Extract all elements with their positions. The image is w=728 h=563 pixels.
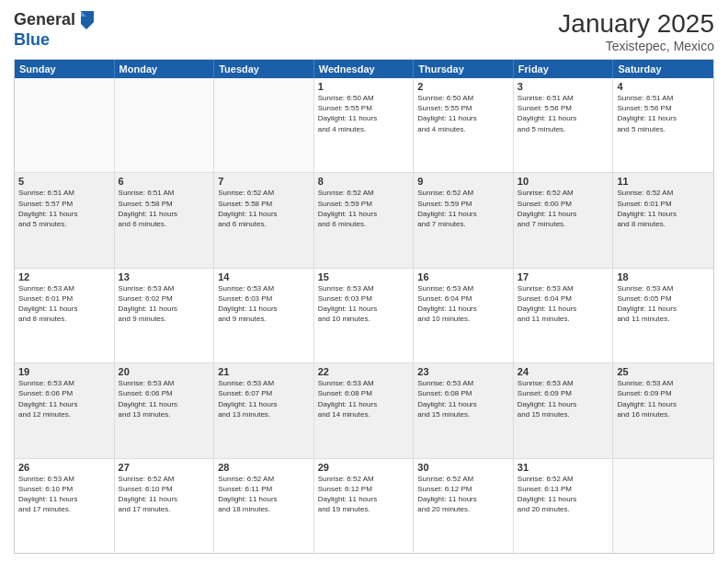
calendar: Sunday Monday Tuesday Wednesday Thursday… bbox=[14, 59, 714, 554]
day-number: 8 bbox=[318, 176, 410, 187]
cell-line: Sunrise: 6:51 AM bbox=[18, 189, 74, 197]
cell-line: Sunrise: 6:52 AM bbox=[617, 189, 673, 197]
cell-line: Sunrise: 6:53 AM bbox=[617, 284, 673, 293]
header-thursday: Thursday bbox=[414, 60, 514, 78]
calendar-cell: 21Sunrise: 6:53 AMSunset: 6:07 PMDayligh… bbox=[214, 363, 314, 457]
cell-text: Sunrise: 6:53 AMSunset: 6:05 PMDaylight:… bbox=[617, 283, 710, 325]
cell-line: Sunrise: 6:53 AM bbox=[318, 284, 374, 293]
cell-line: Daylight: 11 hours bbox=[318, 304, 377, 313]
cell-line: Sunset: 5:55 PM bbox=[417, 104, 472, 112]
day-number: 5 bbox=[18, 176, 110, 187]
day-number: 21 bbox=[218, 366, 310, 377]
day-number: 27 bbox=[119, 462, 210, 473]
cell-line: Sunset: 6:11 PM bbox=[218, 485, 272, 493]
cell-text: Sunrise: 6:52 AMSunset: 5:58 PMDaylight:… bbox=[218, 188, 310, 229]
cell-line: Sunset: 6:06 PM bbox=[18, 389, 73, 397]
day-number: 14 bbox=[218, 271, 310, 282]
cell-line: Sunset: 6:01 PM bbox=[617, 200, 671, 208]
cell-text: Sunrise: 6:52 AMSunset: 6:12 PMDaylight:… bbox=[318, 474, 410, 515]
day-number: 17 bbox=[518, 271, 609, 282]
cell-text: Sunrise: 6:51 AMSunset: 5:56 PMDaylight:… bbox=[518, 93, 609, 134]
cell-line: Sunrise: 6:52 AM bbox=[218, 189, 274, 197]
cell-text: Sunrise: 6:53 AMSunset: 6:04 PMDaylight:… bbox=[518, 283, 609, 325]
cell-line: Sunset: 6:12 PM bbox=[318, 485, 372, 493]
cell-line: and 13 minutes. bbox=[119, 410, 171, 419]
day-number: 23 bbox=[417, 366, 509, 377]
cell-line: Sunrise: 6:53 AM bbox=[617, 379, 673, 387]
calendar-cell: 1Sunrise: 6:50 AMSunset: 5:55 PMDaylight… bbox=[314, 78, 415, 172]
calendar-cell: 15Sunrise: 6:53 AMSunset: 6:03 PMDayligh… bbox=[314, 269, 415, 362]
logo-blue: Blue bbox=[14, 30, 50, 49]
cell-line: Sunset: 5:56 PM bbox=[617, 104, 671, 112]
cell-line: Sunrise: 6:51 AM bbox=[518, 94, 574, 102]
cell-text: Sunrise: 6:51 AMSunset: 5:56 PMDaylight:… bbox=[617, 93, 710, 134]
day-number: 2 bbox=[417, 81, 509, 92]
day-number: 22 bbox=[318, 366, 410, 377]
cell-line: Daylight: 11 hours bbox=[218, 210, 277, 218]
cell-line: Daylight: 11 hours bbox=[18, 400, 77, 408]
cell-text: Sunrise: 6:50 AMSunset: 5:55 PMDaylight:… bbox=[417, 93, 509, 134]
calendar-cell: 26Sunrise: 6:53 AMSunset: 6:10 PMDayligh… bbox=[15, 459, 115, 553]
cell-line: Sunrise: 6:53 AM bbox=[18, 475, 74, 483]
cell-line: and 20 minutes. bbox=[417, 505, 470, 513]
cell-line: Daylight: 11 hours bbox=[318, 210, 377, 218]
calendar-cell: 18Sunrise: 6:53 AMSunset: 6:05 PMDayligh… bbox=[613, 269, 713, 362]
day-number: 1 bbox=[318, 81, 410, 92]
calendar-cell: 23Sunrise: 6:53 AMSunset: 6:08 PMDayligh… bbox=[414, 363, 514, 457]
cell-line: and 11 minutes. bbox=[518, 315, 570, 323]
cell-text: Sunrise: 6:53 AMSunset: 6:09 PMDaylight:… bbox=[617, 378, 710, 419]
cell-line: Daylight: 11 hours bbox=[218, 495, 277, 503]
cell-line: Sunrise: 6:52 AM bbox=[318, 475, 374, 483]
calendar-cell bbox=[613, 459, 713, 553]
cell-line: Sunset: 6:12 PM bbox=[417, 485, 472, 493]
calendar-row: 26Sunrise: 6:53 AMSunset: 6:10 PMDayligh… bbox=[15, 458, 713, 553]
cell-line: Sunrise: 6:53 AM bbox=[518, 284, 574, 293]
calendar-cell: 11Sunrise: 6:52 AMSunset: 6:01 PMDayligh… bbox=[613, 173, 713, 267]
cell-line: Sunset: 6:08 PM bbox=[417, 389, 472, 397]
cell-text: Sunrise: 6:52 AMSunset: 6:11 PMDaylight:… bbox=[218, 474, 310, 515]
calendar-row: 5Sunrise: 6:51 AMSunset: 5:57 PMDaylight… bbox=[15, 172, 713, 267]
cell-line: Sunset: 5:57 PM bbox=[18, 200, 73, 208]
calendar-cell: 24Sunrise: 6:53 AMSunset: 6:09 PMDayligh… bbox=[514, 363, 614, 457]
cell-line: and 10 minutes. bbox=[318, 315, 370, 323]
cell-text: Sunrise: 6:53 AMSunset: 6:10 PMDaylight:… bbox=[18, 474, 110, 515]
calendar-row: 1Sunrise: 6:50 AMSunset: 5:55 PMDaylight… bbox=[15, 78, 713, 172]
cell-text: Sunrise: 6:50 AMSunset: 5:55 PMDaylight:… bbox=[318, 93, 410, 134]
cell-line: Daylight: 11 hours bbox=[617, 400, 676, 408]
cell-line: Daylight: 11 hours bbox=[417, 114, 476, 122]
cell-line: and 15 minutes. bbox=[518, 410, 570, 419]
month-title: January 2025 bbox=[558, 9, 714, 39]
calendar-row: 12Sunrise: 6:53 AMSunset: 6:01 PMDayligh… bbox=[15, 268, 713, 362]
calendar-row: 19Sunrise: 6:53 AMSunset: 6:06 PMDayligh… bbox=[15, 362, 713, 457]
cell-line: Daylight: 11 hours bbox=[417, 304, 476, 313]
cell-text: Sunrise: 6:51 AMSunset: 5:57 PMDaylight:… bbox=[18, 188, 110, 229]
header-friday: Friday bbox=[514, 60, 614, 78]
header: General Blue January 2025 Texistepec, Me… bbox=[14, 9, 714, 53]
day-number: 18 bbox=[617, 271, 710, 282]
cell-line: Daylight: 11 hours bbox=[417, 400, 476, 408]
cell-line: Sunrise: 6:51 AM bbox=[617, 94, 673, 102]
calendar-cell bbox=[15, 78, 115, 172]
cell-line: Sunrise: 6:52 AM bbox=[318, 189, 374, 197]
cell-line: Sunrise: 6:53 AM bbox=[18, 284, 74, 293]
cell-line: Daylight: 11 hours bbox=[617, 304, 676, 313]
calendar-cell: 17Sunrise: 6:53 AMSunset: 6:04 PMDayligh… bbox=[514, 269, 614, 362]
page: General Blue January 2025 Texistepec, Me… bbox=[0, 0, 728, 563]
cell-text: Sunrise: 6:51 AMSunset: 5:58 PMDaylight:… bbox=[119, 188, 210, 229]
day-number: 9 bbox=[417, 176, 509, 187]
header-monday: Monday bbox=[115, 60, 215, 78]
cell-text: Sunrise: 6:53 AMSunset: 6:03 PMDaylight:… bbox=[318, 283, 410, 325]
cell-line: Sunset: 6:04 PM bbox=[417, 294, 472, 303]
cell-line: Daylight: 11 hours bbox=[518, 114, 576, 122]
calendar-cell bbox=[115, 78, 215, 172]
day-number: 13 bbox=[119, 271, 210, 282]
cell-line: Sunrise: 6:52 AM bbox=[417, 475, 473, 483]
day-number: 20 bbox=[119, 366, 210, 377]
calendar-cell: 13Sunrise: 6:53 AMSunset: 6:02 PMDayligh… bbox=[115, 269, 215, 362]
calendar-cell: 16Sunrise: 6:53 AMSunset: 6:04 PMDayligh… bbox=[414, 269, 514, 362]
calendar-cell: 4Sunrise: 6:51 AMSunset: 5:56 PMDaylight… bbox=[613, 78, 713, 172]
cell-line: and 5 minutes. bbox=[617, 125, 665, 133]
header-saturday: Saturday bbox=[613, 60, 713, 78]
cell-line: Sunrise: 6:52 AM bbox=[417, 189, 473, 197]
cell-line: Sunrise: 6:52 AM bbox=[119, 475, 175, 483]
